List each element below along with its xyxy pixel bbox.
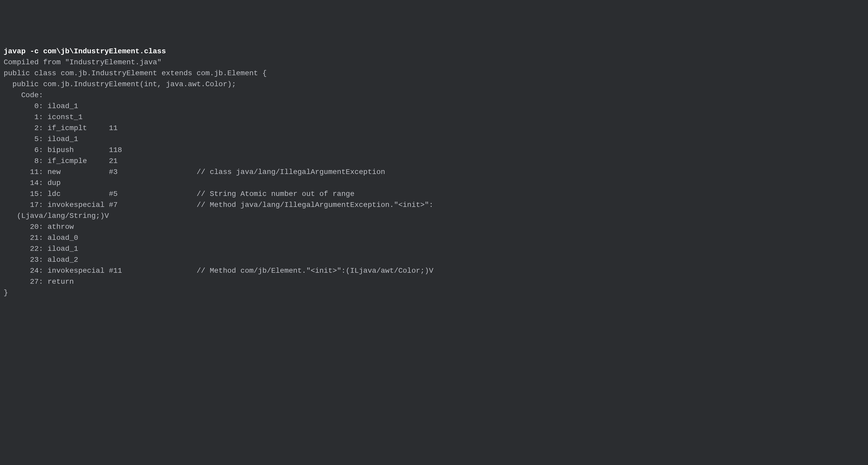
terminal-output: Compiled from "IndustryElement.java" pub… <box>4 58 433 297</box>
terminal-command: javap -c com\jb\IndustryElement.class <box>4 47 166 55</box>
